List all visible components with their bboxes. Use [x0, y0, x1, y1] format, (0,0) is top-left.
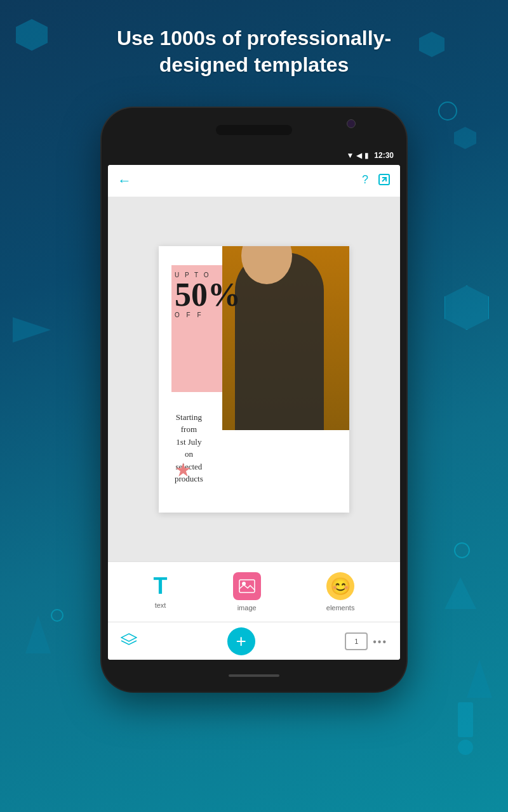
elements-tool[interactable]: 😊 elements	[326, 572, 355, 612]
circle-decoration-2	[51, 609, 64, 622]
hex-decoration-3	[454, 127, 476, 149]
triangle-decoration-right2	[467, 660, 492, 698]
export-button[interactable]	[378, 173, 391, 189]
phone-bottom	[102, 660, 406, 691]
phone-frame: ▼ ◀ ▮ 12:30 ← ?	[102, 108, 406, 691]
layers-button[interactable]	[121, 633, 137, 650]
add-button[interactable]: +	[227, 627, 255, 655]
circle-decoration-1	[438, 102, 457, 121]
circle-decoration-3	[454, 542, 470, 558]
image-tool[interactable]: image	[233, 572, 261, 612]
text-label: text	[155, 601, 166, 609]
bottom-bar: + 1 •••	[108, 622, 400, 660]
home-indicator	[229, 674, 279, 677]
text-tool[interactable]: T text	[154, 575, 168, 609]
percent-text: 50%	[175, 278, 241, 311]
template-card: U P T O 50% O F F Startingfrom1st Julyon…	[159, 246, 349, 513]
app-screen: ← ?	[108, 165, 400, 660]
help-button[interactable]: ?	[362, 173, 368, 189]
sale-text-area: U P T O 50% O F F	[175, 272, 241, 318]
app-header: ← ?	[108, 165, 400, 197]
exclamation-decoration	[458, 702, 473, 755]
page-indicator[interactable]: 1	[345, 632, 368, 650]
elements-icon: 😊	[326, 572, 354, 600]
battery-icon: ▮	[364, 151, 369, 160]
photo-area	[222, 246, 349, 430]
more-button[interactable]: •••	[373, 634, 387, 648]
elements-label: elements	[326, 604, 355, 612]
triangle-decoration-left2	[25, 615, 51, 653]
header-actions: ?	[362, 173, 391, 189]
phone-speaker	[216, 125, 292, 135]
phone-camera	[347, 119, 356, 128]
image-icon	[233, 572, 261, 600]
hex-decoration-right1	[444, 285, 489, 330]
status-time: 12:30	[374, 151, 394, 160]
triangle-decoration-left	[13, 317, 51, 343]
image-label: image	[237, 604, 257, 612]
star-decoration: ★	[175, 459, 192, 481]
status-bar: ▼ ◀ ▮ 12:30	[102, 146, 406, 165]
triangle-decoration-right1	[444, 577, 476, 609]
back-button[interactable]: ←	[117, 173, 131, 189]
page-heading: Use 1000s of professionally- designed te…	[0, 25, 508, 78]
toolbar: T text image 😊 elements	[108, 561, 400, 622]
signal-icon: ◀	[356, 151, 362, 160]
phone-top	[102, 108, 406, 146]
canvas-area[interactable]: U P T O 50% O F F Startingfrom1st Julyon…	[108, 197, 400, 561]
wifi-icon: ▼	[346, 151, 354, 160]
text-icon: T	[154, 575, 168, 598]
